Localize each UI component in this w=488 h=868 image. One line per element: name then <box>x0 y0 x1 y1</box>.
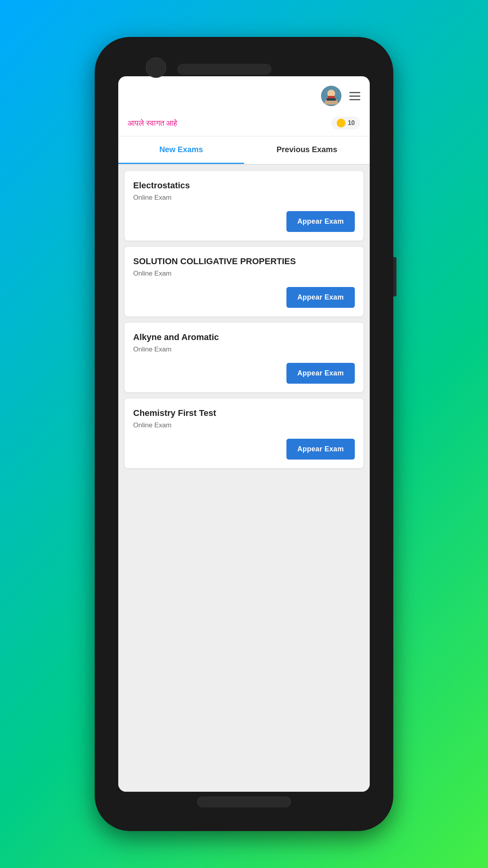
avatar[interactable] <box>321 86 341 106</box>
appear-exam-button-2[interactable]: Appear Exam <box>286 287 355 308</box>
appear-exam-button-4[interactable]: Appear Exam <box>286 439 355 460</box>
coin-icon <box>337 119 345 127</box>
exam-card-2: SOLUTION COLLIGATIVE PROPERTIES Online E… <box>125 247 363 316</box>
exam-card-4: Chemistry First Test Online Exam Appear … <box>125 399 363 468</box>
phone-frame: आपले स्वागत आहे 10 New Exams Previous Ex… <box>95 37 393 831</box>
exam-title-3: Alkyne and Aromatic <box>133 332 355 342</box>
header <box>118 76 370 112</box>
phone-speaker <box>177 64 272 75</box>
coin-area: 10 <box>331 116 360 130</box>
tab-new-exams[interactable]: New Exams <box>118 136 244 164</box>
phone-camera <box>146 57 166 78</box>
exam-card-1: Electrostatics Online Exam Appear Exam <box>125 171 363 241</box>
exam-type-2: Online Exam <box>133 270 355 278</box>
exam-title-2: SOLUTION COLLIGATIVE PROPERTIES <box>133 256 355 267</box>
tab-previous-exams[interactable]: Previous Exams <box>244 136 370 164</box>
exam-type-4: Online Exam <box>133 421 355 429</box>
phone-side-button <box>393 257 396 296</box>
phone-screen: आपले स्वागत आहे 10 New Exams Previous Ex… <box>118 76 370 792</box>
appear-exam-button-1[interactable]: Appear Exam <box>286 211 355 232</box>
tabs-container: New Exams Previous Exams <box>118 136 370 165</box>
phone-bottom-button <box>197 796 291 807</box>
exam-title-4: Chemistry First Test <box>133 408 355 418</box>
svg-rect-3 <box>327 98 336 101</box>
exam-type-3: Online Exam <box>133 346 355 353</box>
exam-card-3: Alkyne and Aromatic Online Exam Appear E… <box>125 323 363 392</box>
menu-icon[interactable] <box>349 92 360 100</box>
appear-exam-button-3[interactable]: Appear Exam <box>286 363 355 384</box>
welcome-bar: आपले स्वागत आहे 10 <box>118 112 370 136</box>
exam-title-1: Electrostatics <box>133 180 355 191</box>
welcome-text: आपले स्वागत आहे <box>128 119 177 128</box>
coin-count: 10 <box>348 120 355 127</box>
exams-list: Electrostatics Online Exam Appear Exam S… <box>118 165 370 792</box>
exam-type-1: Online Exam <box>133 194 355 202</box>
